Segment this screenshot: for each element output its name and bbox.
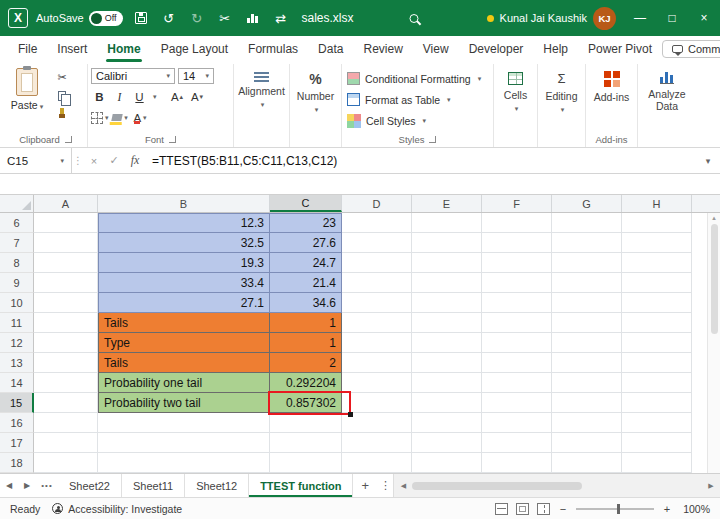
- cell-E6[interactable]: [412, 213, 482, 233]
- cell-H6[interactable]: [622, 213, 692, 233]
- cell-H15[interactable]: [622, 393, 692, 413]
- row-header-15[interactable]: 15: [0, 393, 34, 413]
- cell-B12[interactable]: Type: [98, 333, 270, 353]
- account-chip[interactable]: Kunal Jai Kaushik KJ: [487, 7, 616, 30]
- styles-dialog-launcher-icon[interactable]: [429, 136, 436, 143]
- cell-C15[interactable]: 0.857302: [270, 393, 342, 413]
- zoom-in-button[interactable]: +: [662, 503, 672, 515]
- cell-A6[interactable]: [34, 213, 98, 233]
- accessibility-status[interactable]: Accessibility: Investigate: [52, 503, 182, 515]
- avatar[interactable]: KJ: [593, 7, 616, 30]
- tab-developer[interactable]: Developer: [459, 36, 534, 62]
- sheet-more-icon[interactable]: ⋮: [377, 479, 393, 492]
- cell-C11[interactable]: 1: [270, 313, 342, 333]
- column-header-e[interactable]: E: [412, 195, 482, 212]
- cell-F15[interactable]: [482, 393, 552, 413]
- cell-G6[interactable]: [552, 213, 622, 233]
- tab-data[interactable]: Data: [308, 36, 353, 62]
- formula-bar-expand-icon[interactable]: ▾: [696, 156, 720, 166]
- cell-C17[interactable]: [270, 433, 342, 453]
- switch-windows-button[interactable]: ⇄: [271, 8, 291, 28]
- column-header-d[interactable]: D: [342, 195, 412, 212]
- fill-handle[interactable]: [348, 412, 353, 417]
- cell-D8[interactable]: [342, 253, 412, 273]
- hscroll-thumb[interactable]: [412, 482, 582, 490]
- cell-G15[interactable]: [552, 393, 622, 413]
- column-header-c[interactable]: C: [270, 195, 342, 212]
- vscroll-thumb[interactable]: [711, 224, 718, 334]
- fill-color-button[interactable]: ▾: [112, 109, 129, 126]
- paste-button[interactable]: Paste▾: [7, 65, 47, 111]
- cell-D13[interactable]: [342, 353, 412, 373]
- cell-F12[interactable]: [482, 333, 552, 353]
- cell-C13[interactable]: 2: [270, 353, 342, 373]
- cell-A15[interactable]: [34, 393, 98, 413]
- row-header-9[interactable]: 9: [0, 273, 34, 293]
- save-button[interactable]: [131, 8, 151, 28]
- comments-button[interactable]: Comments: [662, 40, 720, 58]
- cells-group[interactable]: Cells ▾: [494, 64, 538, 147]
- column-header-b[interactable]: B: [98, 195, 270, 212]
- analyze-data-button[interactable]: Analyze Data: [638, 64, 696, 147]
- cell-H9[interactable]: [622, 273, 692, 293]
- horizontal-scrollbar[interactable]: ◀ ▶: [393, 474, 720, 497]
- cell-D6[interactable]: [342, 213, 412, 233]
- vertical-scrollbar[interactable]: ▴: [707, 213, 720, 473]
- row-header-7[interactable]: 7: [0, 233, 34, 253]
- increase-font-button[interactable]: A▴: [169, 88, 186, 105]
- hscroll-right-icon[interactable]: ▶: [705, 482, 717, 490]
- autosave-switch-icon[interactable]: Off: [89, 11, 123, 26]
- decrease-font-button[interactable]: A▾: [189, 88, 206, 105]
- cut-quick-button[interactable]: ✂: [215, 8, 235, 28]
- redo-button[interactable]: ↻: [187, 8, 207, 28]
- sheet-tab-sheet11[interactable]: Sheet11: [122, 474, 185, 497]
- cell-A13[interactable]: [34, 353, 98, 373]
- cell-H8[interactable]: [622, 253, 692, 273]
- row-header-14[interactable]: 14: [0, 373, 34, 393]
- cell-D7[interactable]: [342, 233, 412, 253]
- cell-H7[interactable]: [622, 233, 692, 253]
- cell-G10[interactable]: [552, 293, 622, 313]
- font-dialog-launcher-icon[interactable]: [169, 136, 176, 143]
- cell-F11[interactable]: [482, 313, 552, 333]
- sheet-overflow-icon[interactable]: •••: [36, 481, 58, 490]
- tab-review[interactable]: Review: [353, 36, 412, 62]
- cell-C12[interactable]: 1: [270, 333, 342, 353]
- borders-button[interactable]: ▾: [91, 109, 109, 126]
- tab-view[interactable]: View: [413, 36, 459, 62]
- zoom-slider[interactable]: [576, 508, 654, 510]
- row-header-13[interactable]: 13: [0, 353, 34, 373]
- column-header-h[interactable]: H: [622, 195, 692, 212]
- number-group[interactable]: % Number ▾: [290, 64, 342, 147]
- row-header-10[interactable]: 10: [0, 293, 34, 313]
- cell-E16[interactable]: [412, 413, 482, 433]
- cell-B6[interactable]: 12.3: [98, 213, 270, 233]
- undo-button[interactable]: ↺: [159, 8, 179, 28]
- cell-C14[interactable]: 0.292204: [270, 373, 342, 393]
- sheet-nav-right-icon[interactable]: ▶: [18, 481, 36, 490]
- cell-C10[interactable]: 34.6: [270, 293, 342, 313]
- cell-A12[interactable]: [34, 333, 98, 353]
- cell-A9[interactable]: [34, 273, 98, 293]
- row-header-17[interactable]: 17: [0, 433, 34, 453]
- cancel-icon[interactable]: ×: [84, 155, 104, 167]
- tab-page-layout[interactable]: Page Layout: [151, 36, 238, 62]
- tab-insert[interactable]: Insert: [47, 36, 97, 62]
- cell-E17[interactable]: [412, 433, 482, 453]
- row-header-11[interactable]: 11: [0, 313, 34, 333]
- row-header-8[interactable]: 8: [0, 253, 34, 273]
- editing-group[interactable]: Σ Editing ▾: [538, 64, 586, 147]
- minimize-button[interactable]: —: [624, 0, 656, 36]
- cell-E8[interactable]: [412, 253, 482, 273]
- cell-E11[interactable]: [412, 313, 482, 333]
- cell-H11[interactable]: [622, 313, 692, 333]
- sheet-tab-ttest-function[interactable]: TTEST function: [249, 474, 353, 497]
- select-all-corner[interactable]: [0, 195, 34, 212]
- sheet-tab-sheet22[interactable]: Sheet22: [58, 474, 122, 497]
- cell-B13[interactable]: Tails: [98, 353, 270, 373]
- cell-F18[interactable]: [482, 453, 552, 473]
- cell-H17[interactable]: [622, 433, 692, 453]
- cell-F7[interactable]: [482, 233, 552, 253]
- cell-A10[interactable]: [34, 293, 98, 313]
- cell-styles-button[interactable]: Cell Styles▾: [345, 111, 428, 131]
